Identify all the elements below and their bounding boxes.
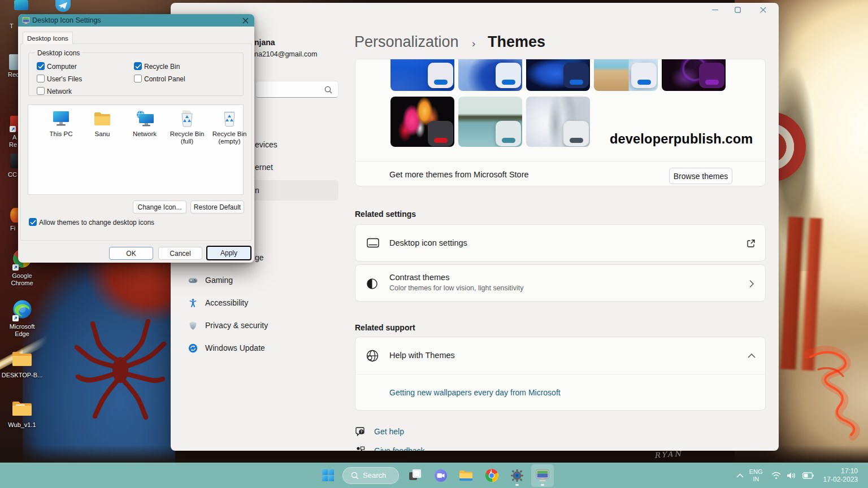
breadcrumb-parent[interactable]: Personalization <box>354 33 459 51</box>
chrome-icon <box>485 469 498 482</box>
theme-tile-7[interactable] <box>458 97 522 147</box>
sidebar-item-accessibility[interactable]: Accessibility <box>186 293 248 313</box>
card-divider <box>355 161 765 162</box>
file-explorer-button[interactable] <box>455 464 478 487</box>
wifi-icon[interactable] <box>771 472 781 480</box>
desktop-icon-folder-wub[interactable]: Wub_v1.1 <box>1 400 44 429</box>
sidebar-item-internet-fragment[interactable]: ernet <box>255 157 273 177</box>
theme-tile-3[interactable] <box>526 59 590 91</box>
checkbox-computer-label: Computer <box>47 63 77 71</box>
desktop-icon-settings-taskbar-button[interactable] <box>531 464 554 487</box>
checkbox-control-panel[interactable] <box>134 75 142 82</box>
close-icon <box>760 7 766 13</box>
contrast-themes-card[interactable]: Contrast themes Color themes for low vis… <box>355 264 766 302</box>
apply-button[interactable]: Apply <box>206 246 251 260</box>
checkbox-users-files-label: User's Files <box>47 75 82 83</box>
sidebar-item-personalization-fragment[interactable]: n <box>255 180 259 201</box>
this-pc-icon <box>51 110 71 127</box>
browse-themes-button[interactable]: Browse themes <box>669 168 732 184</box>
list-icon-recycle-full[interactable]: Recycle Bin(full) <box>167 110 207 145</box>
desktop-icon-label-fragment-rec: Rec <box>8 71 19 79</box>
theme-accent-strip <box>637 80 651 85</box>
checkbox-recycle-bin[interactable] <box>134 62 142 70</box>
help-link[interactable]: Getting new wallpapers every day from Mi… <box>389 388 561 397</box>
theme-preview-overlay <box>428 121 453 146</box>
theme-tile-8[interactable] <box>526 97 590 147</box>
tray-chevron-up-icon[interactable] <box>736 473 744 478</box>
desktop-icon-label-fragment-cc: CC <box>8 171 17 178</box>
desktop-icon-folder-desktop-b[interactable]: DESKTOP-B... <box>1 350 44 379</box>
sidebar-item-gaming[interactable]: Gaming <box>186 270 233 290</box>
theme-tile-1[interactable] <box>390 59 454 91</box>
task-view-button[interactable] <box>404 464 427 487</box>
sidebar-item-devices-fragment[interactable]: evices <box>255 134 277 155</box>
theme-tile-6[interactable] <box>390 97 454 147</box>
desktop-icon-top-teal[interactable] <box>14 0 28 10</box>
desktop-icon-telegram[interactable] <box>55 0 71 12</box>
checkbox-network[interactable] <box>37 87 45 95</box>
tab-desktop-icons[interactable]: Desktop Icons <box>23 32 73 44</box>
gaming-icon <box>188 276 198 285</box>
minimize-icon <box>712 7 718 13</box>
chat-button[interactable] <box>429 464 452 487</box>
sidebar-item-label: Accessibility <box>205 298 248 307</box>
check-icon <box>38 64 44 69</box>
desktop-icon-settings-card[interactable]: Desktop icon settings <box>355 224 766 262</box>
list-icon-network[interactable]: Network <box>124 110 165 138</box>
close-button[interactable] <box>752 3 774 16</box>
ok-button[interactable]: OK <box>109 247 153 260</box>
checkbox-allow-themes[interactable] <box>29 218 37 226</box>
start-button[interactable] <box>319 464 338 487</box>
sidebar-item-privacy-security[interactable]: Privacy & security <box>186 315 268 336</box>
taskbar-center-group: Search <box>317 463 555 488</box>
chrome-button[interactable] <box>480 464 503 487</box>
lang-line-2: IN <box>749 476 763 483</box>
battery-icon[interactable] <box>802 472 814 479</box>
theme-tile-2[interactable] <box>458 59 522 91</box>
chat-icon <box>434 469 448 482</box>
chevron-right-icon <box>749 280 754 288</box>
theme-accent-strip <box>705 80 719 85</box>
list-icon-recycle-empty[interactable]: Recycle Bin(empty) <box>209 110 250 145</box>
get-help-icon: ? <box>355 426 365 437</box>
give-feedback-row[interactable]: Give feedback <box>355 446 425 451</box>
checkbox-users-files[interactable] <box>37 75 45 82</box>
account-email: na2104@gmail.com <box>254 50 317 58</box>
checkbox-computer[interactable] <box>37 62 45 70</box>
language-indicator[interactable]: ENG IN <box>749 468 763 483</box>
theme-tile-5[interactable] <box>662 59 726 91</box>
list-icon-this-pc[interactable]: This PC <box>41 110 81 138</box>
list-icon-label: Sanu <box>82 130 123 138</box>
recycle-bin-empty-icon <box>222 110 237 127</box>
desktop-icon-microsoft-edge[interactable]: MicrosoftEdge <box>1 300 44 338</box>
get-help-row[interactable]: ? Get help <box>355 426 404 437</box>
help-with-themes-card: Help with Themes Getting new wallpapers … <box>355 337 766 411</box>
settings-button[interactable] <box>506 464 528 487</box>
telegram-plane-icon <box>55 0 71 12</box>
theme-preview-overlay <box>563 63 589 88</box>
clock[interactable]: 17:10 17-02-2023 <box>823 467 858 484</box>
folder-icon <box>11 400 33 419</box>
monitor-icon <box>367 238 379 249</box>
sidebar-item-label-fragment: ernet <box>255 163 273 172</box>
maximize-button[interactable] <box>726 3 749 16</box>
help-with-themes-row[interactable]: Help with Themes <box>355 337 765 374</box>
restore-default-button[interactable]: Restore Default <box>190 201 244 213</box>
settings-search-input[interactable] <box>255 81 338 98</box>
list-icon-sanu[interactable]: Sanu <box>82 110 123 138</box>
taskbar-search[interactable]: Search <box>342 467 399 484</box>
sidebar-item-language-fragment[interactable]: ge <box>255 247 264 268</box>
dialog-titlebar[interactable]: Desktop Icon Settings <box>18 14 254 27</box>
list-icon-label: Recycle Bin(empty) <box>209 130 250 145</box>
minimize-button[interactable] <box>704 3 726 16</box>
get-more-themes-text: Get more themes from Microsoft Store <box>389 170 529 179</box>
sidebar-item-windows-update[interactable]: Windows Update <box>186 338 265 358</box>
related-settings-heading: Related settings <box>355 210 416 219</box>
dialog-close-button[interactable] <box>239 15 251 26</box>
volume-icon[interactable] <box>787 472 797 480</box>
button-label: Cancel <box>170 250 190 258</box>
check-icon <box>30 220 36 225</box>
theme-tile-4[interactable] <box>594 59 658 91</box>
change-icon-button[interactable]: Change Icon... <box>133 201 186 213</box>
cancel-button[interactable]: Cancel <box>158 247 202 260</box>
